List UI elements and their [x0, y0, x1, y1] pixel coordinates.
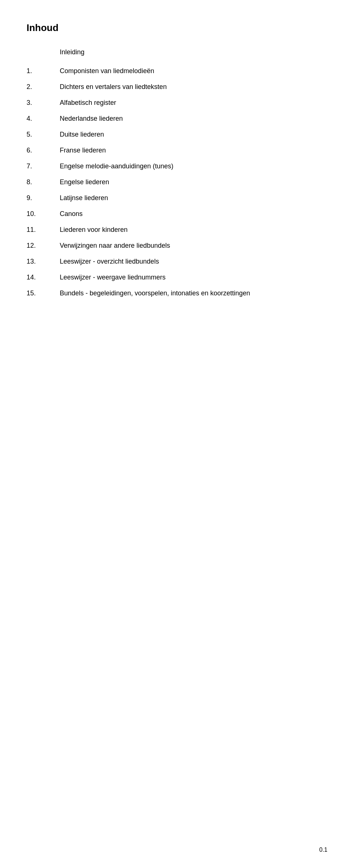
toc-item-label: Canons	[60, 210, 83, 218]
toc-item-number: 1.	[27, 67, 60, 75]
toc-item-label: Verwijzingen naar andere liedbundels	[60, 242, 170, 250]
table-of-contents: 1.Componisten van liedmelodieën2.Dichter…	[27, 67, 327, 297]
toc-item-label: Duitse liederen	[60, 131, 104, 138]
toc-item-label: Alfabetisch register	[60, 99, 116, 107]
list-item: 5.Duitse liederen	[27, 131, 327, 138]
list-item: 3.Alfabetisch register	[27, 99, 327, 107]
list-item: 14.Leeswijzer - weergave liednummers	[27, 274, 327, 281]
toc-item-label: Franse liederen	[60, 147, 106, 154]
toc-item-number: 2.	[27, 83, 60, 91]
toc-item-number: 7.	[27, 162, 60, 170]
toc-item-label: Engelse liederen	[60, 178, 109, 186]
toc-item-label: Dichters en vertalers van liedteksten	[60, 83, 167, 91]
toc-item-label: Latijnse liederen	[60, 194, 108, 202]
list-item: 7.Engelse melodie-aanduidingen (tunes)	[27, 162, 327, 170]
toc-item-number: 9.	[27, 194, 60, 202]
list-item: 8.Engelse liederen	[27, 178, 327, 186]
intro-label: Inleiding	[60, 48, 327, 56]
toc-item-number: 5.	[27, 131, 60, 138]
list-item: 2.Dichters en vertalers van liedteksten	[27, 83, 327, 91]
toc-item-number: 14.	[27, 274, 60, 281]
toc-item-number: 3.	[27, 99, 60, 107]
list-item: 10.Canons	[27, 210, 327, 218]
list-item: 9.Latijnse liederen	[27, 194, 327, 202]
toc-item-number: 15.	[27, 289, 60, 297]
toc-item-label: Nederlandse liederen	[60, 115, 123, 123]
list-item: 4.Nederlandse liederen	[27, 115, 327, 123]
list-item: 11.Liederen voor kinderen	[27, 226, 327, 234]
toc-item-label: Componisten van liedmelodieën	[60, 67, 154, 75]
page-title: Inhoud	[27, 22, 327, 34]
toc-item-number: 4.	[27, 115, 60, 123]
toc-item-number: 8.	[27, 178, 60, 186]
toc-item-number: 6.	[27, 147, 60, 154]
page-number: 0.1	[319, 847, 327, 853]
list-item: 15.Bundels - begeleidingen, voorspelen, …	[27, 289, 327, 297]
toc-item-label: Leeswijzer - overzicht liedbundels	[60, 258, 159, 265]
toc-item-number: 10.	[27, 210, 60, 218]
toc-item-number: 11.	[27, 226, 60, 234]
page-container: Inhoud Inleiding 1.Componisten van liedm…	[0, 0, 354, 868]
toc-item-label: Liederen voor kinderen	[60, 226, 128, 234]
list-item: 12.Verwijzingen naar andere liedbundels	[27, 242, 327, 250]
toc-item-label: Bundels - begeleidingen, voorspelen, int…	[60, 289, 250, 297]
list-item: 13.Leeswijzer - overzicht liedbundels	[27, 258, 327, 265]
list-item: 1.Componisten van liedmelodieën	[27, 67, 327, 75]
toc-item-number: 12.	[27, 242, 60, 250]
toc-item-label: Engelse melodie-aanduidingen (tunes)	[60, 162, 173, 170]
toc-item-number: 13.	[27, 258, 60, 265]
list-item: 6.Franse liederen	[27, 147, 327, 154]
toc-item-label: Leeswijzer - weergave liednummers	[60, 274, 166, 281]
